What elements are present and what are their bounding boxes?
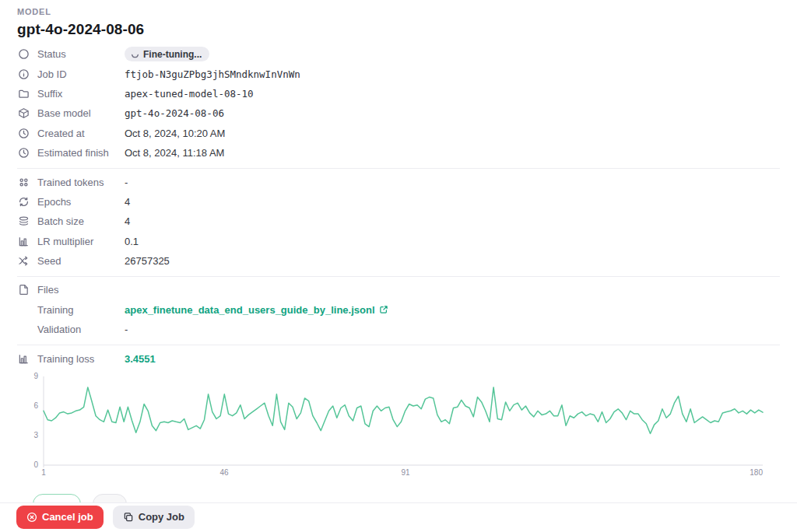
row-lr-multiplier: LR multiplier 0.1 — [17, 232, 780, 251]
row-label: Status — [37, 48, 125, 60]
clipped-toggle-pills — [0, 492, 797, 502]
package-cube-icon — [17, 107, 30, 120]
loss-chart-svg: 9 6 3 0 1 46 91 180 — [17, 372, 783, 478]
x-axis-tick: 46 — [219, 468, 229, 477]
row-label: Suffix — [37, 88, 125, 100]
model-eyebrow-label: MODEL — [17, 6, 780, 17]
y-axis-tick: 9 — [33, 372, 38, 380]
fine-tune-job-page: MODEL gpt-4o-2024-08-06 Status Fine-tuni… — [0, 0, 797, 532]
row-label: Training — [37, 304, 125, 316]
section-divider — [17, 276, 780, 277]
row-status: Status Fine-tuning... — [17, 44, 780, 64]
batch-size-value: 4 — [125, 215, 130, 227]
section-divider — [17, 168, 780, 169]
row-base-model: Base model gpt-4o-2024-08-06 — [17, 103, 780, 123]
status-badge: Fine-tuning... — [125, 47, 209, 61]
y-axis-tick: 6 — [33, 401, 38, 410]
base-model-value: gpt-4o-2024-08-06 — [125, 107, 224, 119]
row-trained-tokens: Trained tokens - — [17, 172, 780, 191]
circle-x-icon — [26, 512, 37, 523]
row-label: LR multiplier — [37, 236, 125, 247]
status-badge-label: Fine-tuning... — [143, 49, 202, 60]
external-link-icon — [379, 305, 388, 314]
action-footer: Cancel job Copy Job — [0, 502, 797, 532]
clock-icon — [17, 127, 30, 139]
row-label: Job ID — [37, 68, 125, 80]
training-loss-value: 3.4551 — [125, 353, 156, 365]
bar-chart-icon — [17, 235, 30, 247]
validation-file-value: - — [125, 324, 128, 335]
trained-tokens-value: - — [125, 177, 128, 188]
x-axis-tick: 180 — [750, 468, 763, 477]
y-axis-tick: 3 — [33, 431, 38, 439]
row-suffix: Suffix apex-tuned-model-08-10 — [17, 84, 780, 103]
loss-toggle-pill-inactive[interactable] — [93, 494, 127, 502]
folder-icon — [17, 87, 30, 100]
row-label: Epochs — [37, 196, 125, 208]
model-name-title: gpt-4o-2024-08-06 — [17, 19, 780, 40]
row-seed: Seed 26757325 — [17, 251, 780, 271]
row-label: Estimated finish — [37, 147, 125, 159]
training-file-link[interactable]: apex_finetune_data_end_users_guide_by_li… — [125, 304, 388, 316]
status-circle-icon — [17, 48, 30, 61]
suffix-value: apex-tuned-model-08-10 — [125, 88, 254, 100]
copy-icon — [123, 512, 134, 523]
section-divider — [17, 345, 780, 345]
row-job-id: Job ID ftjob-N3guZPbg3jhSMndknwInVnWn — [17, 64, 780, 83]
training-loss-chart: 9 6 3 0 1 46 91 180 — [17, 372, 780, 478]
x-axis-tick: 1 — [41, 468, 46, 477]
clock-icon — [17, 147, 30, 159]
job-detail-rows: Status Fine-tuning... Job ID ftjob-N3guZ… — [17, 44, 780, 369]
spinner-icon — [131, 50, 139, 58]
row-label: Training loss — [37, 353, 125, 365]
info-icon — [17, 68, 30, 80]
copy-job-button[interactable]: Copy Job — [113, 506, 195, 529]
lr-multiplier-value: 0.1 — [125, 236, 139, 247]
row-label: Created at — [37, 128, 125, 139]
row-estimated-finish: Estimated finish Oct 8, 2024, 11:18 AM — [17, 143, 780, 163]
row-training-file: Training apex_finetune_data_end_users_gu… — [17, 300, 780, 320]
created-at-value: Oct 8, 2024, 10:20 AM — [125, 128, 225, 139]
row-label: Validation — [37, 324, 125, 335]
x-axis-tick: 91 — [401, 468, 410, 477]
shuffle-icon — [17, 255, 30, 268]
grid-dots-icon — [17, 176, 30, 188]
y-axis-tick: 0 — [33, 460, 38, 469]
refresh-icon — [17, 195, 30, 208]
row-created-at: Created at Oct 8, 2024, 10:20 AM — [17, 124, 780, 143]
layers-stack-icon — [17, 215, 30, 228]
epochs-value: 4 — [125, 196, 130, 208]
seed-value: 26757325 — [125, 255, 170, 267]
row-label: Files — [37, 284, 125, 296]
row-training-loss: Training loss 3.4551 — [17, 348, 780, 368]
training-file-name: apex_finetune_data_end_users_guide_by_li… — [125, 304, 375, 316]
estimated-finish-value: Oct 8, 2024, 11:18 AM — [125, 147, 224, 159]
row-batch-size: Batch size 4 — [17, 212, 780, 231]
cancel-job-label: Cancel job — [42, 511, 93, 523]
copy-job-label: Copy Job — [139, 511, 184, 523]
row-label: Base model — [37, 107, 125, 119]
chart-axes — [44, 376, 763, 465]
loss-line-series — [44, 387, 763, 434]
row-files: Files — [17, 280, 780, 299]
row-validation-file: Validation - — [17, 320, 780, 339]
row-label: Batch size — [37, 215, 125, 227]
row-label: Trained tokens — [37, 177, 125, 188]
row-label: Seed — [37, 255, 125, 267]
job-id-value: ftjob-N3guZPbg3jhSMndknwInVnWn — [125, 68, 300, 80]
cancel-job-button[interactable]: Cancel job — [16, 506, 104, 529]
file-icon — [17, 284, 30, 296]
loss-toggle-pill-active[interactable] — [33, 494, 81, 502]
row-epochs: Epochs 4 — [17, 192, 780, 212]
bar-chart-icon — [17, 352, 30, 365]
